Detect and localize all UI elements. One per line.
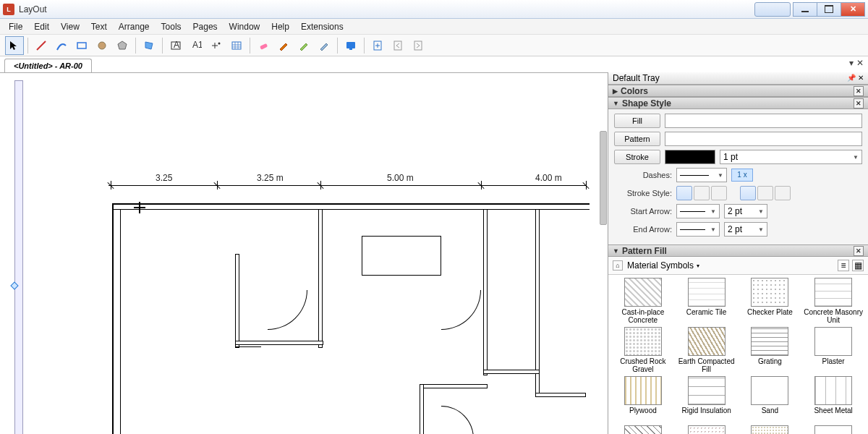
start-arrow-size-dropdown[interactable]: 2 pt▼ xyxy=(724,204,767,218)
svg-rect-0 xyxy=(77,43,86,48)
pattern-button[interactable]: Pattern xyxy=(614,132,660,146)
menu-text[interactable]: Text xyxy=(85,20,113,34)
label-tool[interactable]: A xyxy=(166,36,185,55)
menu-file[interactable]: File xyxy=(3,20,28,34)
tray-header[interactable]: Default Tray 📌 ✕ xyxy=(608,72,868,85)
rectangle-tool[interactable] xyxy=(72,36,91,55)
table-tool[interactable] xyxy=(227,36,246,55)
menu-pages[interactable]: Pages xyxy=(187,20,224,34)
material-item[interactable]: Grating xyxy=(740,327,801,373)
join-tool[interactable] xyxy=(315,36,333,55)
home-icon[interactable]: ⌂ xyxy=(613,260,623,271)
drawing-canvas[interactable]: 3.25 3.25 m 5.00 m 4.00 m xyxy=(0,72,608,434)
dashes-scale[interactable]: 1 x xyxy=(731,169,753,182)
menu-help[interactable]: Help xyxy=(265,20,295,34)
material-item[interactable]: Sheet Metal xyxy=(803,376,864,422)
end-arrow-size-dropdown[interactable]: 2 pt▼ xyxy=(724,222,767,237)
join-bevel[interactable] xyxy=(775,186,791,200)
stroke-weight-dropdown[interactable]: 1 pt▼ xyxy=(720,150,862,164)
material-item[interactable] xyxy=(676,425,737,434)
circle-tool[interactable] xyxy=(93,36,111,55)
pattern-swatch[interactable] xyxy=(665,132,862,146)
menu-window[interactable]: Window xyxy=(224,20,266,34)
list-view-icon[interactable]: ≡ xyxy=(838,260,849,271)
material-item[interactable]: Plaster xyxy=(803,327,864,373)
document-tab[interactable]: <Untitled> - AR-00 xyxy=(4,59,92,72)
start-arrow-dropdown[interactable]: ▼ xyxy=(676,204,720,218)
join-round[interactable] xyxy=(757,186,773,200)
fill-swatch[interactable] xyxy=(665,114,862,128)
eraser-tool[interactable] xyxy=(254,36,273,55)
maximize-button[interactable] xyxy=(817,2,841,17)
menu-extensions[interactable]: Extensions xyxy=(295,20,349,34)
close-button[interactable] xyxy=(841,2,865,17)
next-page-button[interactable] xyxy=(409,36,427,55)
stroke-button[interactable]: Stroke xyxy=(614,150,660,164)
material-item[interactable] xyxy=(803,425,864,434)
prev-page-button[interactable] xyxy=(388,36,407,55)
pattern-fill-close-icon[interactable]: ✕ xyxy=(854,246,864,256)
polygon-tool[interactable] xyxy=(113,36,132,55)
material-item[interactable]: Cast-in-place Concrete xyxy=(613,278,673,324)
svg-text:A1: A1 xyxy=(192,40,202,50)
cap-flat[interactable] xyxy=(676,186,692,200)
shape-style-panel-header[interactable]: ▼Shape Style ✕ xyxy=(608,97,868,109)
menu-tools[interactable]: Tools xyxy=(156,20,187,34)
menu-view[interactable]: View xyxy=(55,20,85,34)
material-item[interactable] xyxy=(613,425,673,434)
canvas-scrollbar[interactable] xyxy=(600,131,607,225)
cap-square[interactable] xyxy=(711,186,727,200)
text-tool[interactable] xyxy=(140,36,158,55)
table-tool-2[interactable] xyxy=(207,36,226,55)
material-item[interactable]: Ceramic Tile xyxy=(676,278,737,324)
material-item[interactable]: Plywood xyxy=(613,376,673,422)
tab-dropdown[interactable]: ▾ xyxy=(849,58,854,68)
dimension-tool[interactable]: A1 xyxy=(187,36,205,55)
cap-round[interactable] xyxy=(694,186,710,200)
colors-panel-header[interactable]: ▶Colors ✕ xyxy=(608,85,868,97)
join-miter[interactable] xyxy=(740,186,756,200)
svg-rect-9 xyxy=(349,48,352,50)
material-item[interactable]: Checker Plate xyxy=(740,278,801,324)
material-item[interactable]: Sand xyxy=(740,376,801,422)
add-page-button[interactable] xyxy=(368,36,387,55)
shape-style-close-icon[interactable]: ✕ xyxy=(854,98,864,109)
material-item[interactable]: Crushed Rock Gravel xyxy=(613,327,673,373)
document-tab-bar: <Untitled> - AR-00 ▾ ✕ xyxy=(0,56,868,72)
material-item[interactable]: Rigid Insulation xyxy=(676,376,737,422)
material-grid: Cast-in-place ConcreteCeramic TileChecke… xyxy=(608,275,868,434)
split-tool[interactable] xyxy=(294,36,313,55)
window-hint[interactable] xyxy=(754,2,791,17)
arc-tool[interactable] xyxy=(52,36,71,55)
end-arrow-dropdown[interactable]: ▼ xyxy=(676,222,720,237)
tab-close[interactable]: ✕ xyxy=(856,58,864,68)
pattern-fill-panel-header[interactable]: ▼Pattern Fill ✕ xyxy=(608,244,868,257)
select-tool[interactable] xyxy=(5,36,24,55)
stroke-swatch[interactable] xyxy=(665,150,715,164)
stroke-style-label: Stroke Style: xyxy=(614,189,672,197)
colors-close-icon[interactable]: ✕ xyxy=(854,86,864,96)
presentation-tool[interactable] xyxy=(341,36,360,55)
fill-button[interactable]: Fill xyxy=(614,114,660,128)
dashes-dropdown[interactable]: ▼ xyxy=(676,168,727,182)
menu-edit[interactable]: Edit xyxy=(28,20,55,34)
style-tool[interactable] xyxy=(274,36,293,55)
minimize-button[interactable] xyxy=(793,2,817,17)
end-arrow-label: End Arrow: xyxy=(614,225,672,234)
svg-rect-12 xyxy=(414,41,422,50)
material-item[interactable]: Concrete Masonry Unit xyxy=(803,278,864,324)
pin-icon[interactable]: 📌 ✕ xyxy=(847,74,864,82)
grid-view-icon[interactable]: ▦ xyxy=(852,260,864,271)
menu-arrange[interactable]: Arrange xyxy=(113,20,156,34)
app-title: LayOut xyxy=(19,4,754,14)
dimension-1: 3.25 xyxy=(156,173,172,183)
material-library-name[interactable]: Material Symbols xyxy=(627,260,694,271)
line-tool[interactable] xyxy=(32,36,51,55)
material-item[interactable]: Earth Compacted Fill xyxy=(676,327,737,373)
material-item[interactable] xyxy=(740,425,801,434)
dimension-4: 4.00 m xyxy=(535,173,562,183)
dimension-2: 3.25 m xyxy=(257,173,284,183)
pattern-library-header: ⌂ Material Symbols ▾ ≡ ▦ xyxy=(608,257,868,275)
join-style-group xyxy=(740,186,791,200)
move-cursor-icon xyxy=(134,202,145,213)
